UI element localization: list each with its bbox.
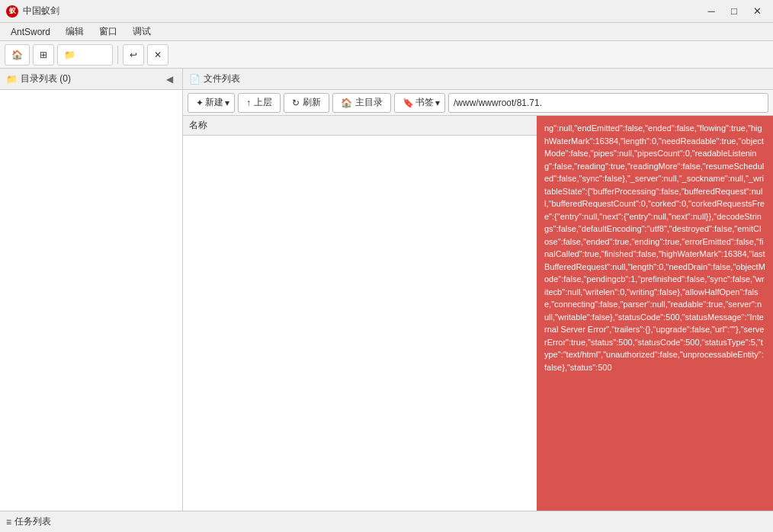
app-title: 中国蚁剑 [23, 5, 59, 18]
menu-item-window[interactable]: 窗口 [91, 23, 125, 40]
toolbar-forward-btn[interactable]: ✕ [147, 44, 168, 66]
menu-item-edit[interactable]: 编辑 [58, 23, 91, 40]
folder-icon: 📁 [64, 50, 75, 60]
up-icon: ↑ [246, 98, 251, 108]
bottom-bar: ≡ 任务列表 [0, 511, 773, 532]
menu-item-antsword[interactable]: AntSword [3, 23, 58, 40]
toolbar-back-btn[interactable]: ↩ [123, 44, 144, 66]
error-overlay[interactable]: ng":null,"endEmitted":false,"ended":fals… [537, 116, 773, 511]
refresh-label: 刷新 [303, 96, 321, 109]
menu-item-debug[interactable]: 调试 [125, 23, 159, 40]
home-icon: 🏠 [11, 50, 23, 60]
path-input[interactable] [448, 93, 768, 113]
file-table-area: 名称 日期 ng":null,"endEmitted":false,"ended… [183, 116, 773, 511]
refresh-icon: ↻ [292, 98, 300, 108]
file-panel-icon: 📄 [189, 74, 200, 85]
new-label: 新建 [205, 96, 223, 109]
app-icon: 蚁 [6, 5, 18, 18]
directory-panel-title: 目录列表 (0) [21, 72, 71, 85]
close-button[interactable]: ✕ [747, 4, 767, 19]
toolbar-grid-btn[interactable]: ⊞ [33, 44, 54, 66]
home-dir-icon: 🏠 [341, 98, 352, 108]
new-chevron-icon: ▾ [225, 98, 229, 108]
right-panel: 📄 文件列表 ✦ 新建 ▾ ↑ 上层 ↻ 刷新 🏠 主目录 🔖 [183, 69, 773, 511]
menu-bar: AntSword 编辑 窗口 调试 [0, 23, 773, 41]
up-label: 上层 [254, 96, 272, 109]
title-bar-left: 蚁 中国蚁剑 [6, 5, 59, 18]
directory-panel-content [0, 90, 182, 511]
toolbar-folder-btn[interactable]: 📁 [57, 44, 113, 66]
tasks-icon: ≡ [6, 517, 11, 527]
maximize-button[interactable]: □ [724, 4, 744, 19]
forward-icon: ✕ [154, 50, 162, 60]
new-button[interactable]: ✦ 新建 ▾ [188, 93, 235, 113]
folder-label [79, 48, 106, 61]
main-toolbar: 🏠 ⊞ 📁 ↩ ✕ [0, 41, 773, 69]
bookmark-button[interactable]: 🔖 书签 ▾ [394, 93, 445, 113]
bookmark-icon: 🔖 [403, 98, 414, 108]
error-content: ng":null,"endEmitted":false,"ended":fals… [544, 123, 765, 372]
up-button[interactable]: ↑ 上层 [238, 93, 281, 113]
home-dir-label: 主目录 [355, 96, 383, 109]
plus-icon: ✦ [196, 98, 204, 108]
toolbar-home-btn[interactable]: 🏠 [5, 44, 30, 66]
file-toolbar: ✦ 新建 ▾ ↑ 上层 ↻ 刷新 🏠 主目录 🔖 书签 ▾ [183, 90, 773, 116]
back-icon: ↩ [130, 50, 137, 60]
title-bar: 蚁 中国蚁剑 ─ □ ✕ [0, 0, 773, 23]
collapse-button[interactable]: ◀ [163, 72, 176, 86]
folder-small-icon: 📁 [6, 74, 18, 85]
left-panel: 📁 目录列表 (0) ◀ [0, 69, 183, 511]
directory-panel-header: 📁 目录列表 (0) ◀ [0, 69, 182, 90]
main-layout: 📁 目录列表 (0) ◀ 📄 文件列表 ✦ 新建 ▾ ↑ 上层 ↻ 刷新 [0, 69, 773, 511]
minimize-button[interactable]: ─ [701, 4, 721, 19]
grid-icon: ⊞ [40, 50, 47, 60]
file-panel-header: 📄 文件列表 [183, 69, 773, 90]
window-controls: ─ □ ✕ [701, 4, 767, 19]
toolbar-sep-1 [117, 46, 118, 64]
home-dir-button[interactable]: 🏠 主目录 [332, 93, 391, 113]
bookmark-chevron-icon: ▾ [435, 98, 440, 108]
file-panel-title: 文件列表 [204, 72, 240, 85]
refresh-button[interactable]: ↻ 刷新 [284, 93, 329, 113]
tasks-label: 任务列表 [14, 515, 51, 528]
bookmark-label: 书签 [415, 96, 434, 109]
